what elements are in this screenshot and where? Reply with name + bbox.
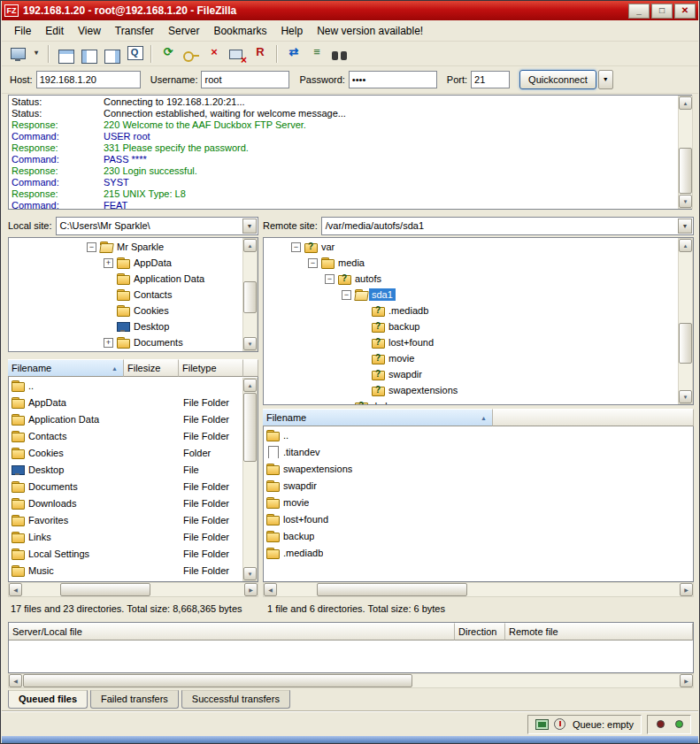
tree-item[interactable]: AppData — [9, 255, 258, 271]
scroll-right-icon[interactable]: ▶ — [680, 674, 693, 687]
quickconnect-button[interactable]: Quickconnect — [519, 70, 596, 89]
expander-icon[interactable] — [291, 242, 301, 252]
scrollbar-thumb[interactable] — [243, 393, 257, 462]
file-row[interactable]: Contacts File Folder — [9, 427, 242, 444]
toggle-remote-tree-icon[interactable] — [101, 46, 122, 65]
minimize-button[interactable]: _ — [628, 4, 650, 19]
tree-item[interactable]: Desktop — [9, 318, 258, 334]
queue-hscrollbar[interactable]: ◀ ▶ — [8, 673, 694, 688]
menu-item[interactable]: Edit — [38, 22, 71, 40]
scroll-up-icon[interactable]: ▲ — [679, 239, 692, 252]
password-input[interactable] — [349, 71, 437, 88]
remote-site-combo[interactable]: /var/media/autofs/sda1 ▼ — [321, 217, 694, 235]
expander-icon[interactable] — [358, 354, 368, 364]
site-manager-dropdown-icon[interactable]: ▾ — [30, 43, 42, 63]
column-header-filesize[interactable]: Filesize — [124, 359, 179, 377]
menu-item[interactable]: Transfer — [108, 22, 161, 40]
scroll-up-icon[interactable]: ▲ — [243, 379, 257, 392]
file-row[interactable]: Local Settings File Folder — [9, 545, 242, 562]
column-header-filename[interactable]: Filename ▲ — [8, 359, 124, 377]
refresh-icon[interactable]: ⟳ — [158, 42, 179, 61]
file-row[interactable]: .. — [264, 426, 693, 443]
scroll-right-icon[interactable]: ▶ — [244, 583, 258, 596]
local-list-scrollbar[interactable]: ▲ ▼ — [242, 378, 258, 581]
expander-icon[interactable] — [104, 258, 113, 268]
scrollbar-thumb[interactable] — [23, 674, 412, 687]
scroll-up-icon[interactable]: ▲ — [243, 239, 257, 252]
file-row[interactable]: swapextensions — [264, 460, 693, 477]
menu-item[interactable]: File — [7, 22, 38, 40]
file-row[interactable]: Documents File Folder — [9, 478, 242, 495]
scroll-right-icon[interactable]: ▶ — [680, 583, 693, 596]
file-row[interactable]: Links File Folder — [9, 528, 242, 545]
column-header-filetype[interactable]: Filetype — [179, 359, 243, 377]
toggle-queue-icon[interactable]: Q — [124, 42, 145, 62]
file-row[interactable]: lost+found — [264, 510, 693, 527]
scroll-down-icon[interactable]: ▼ — [679, 195, 692, 208]
toggle-message-log-icon[interactable] — [55, 46, 76, 65]
local-tree-list-splitter[interactable] — [8, 352, 258, 359]
tree-item[interactable]: movie — [264, 350, 693, 366]
scroll-down-icon[interactable]: ▼ — [679, 390, 692, 403]
tree-item[interactable]: Contacts — [9, 287, 258, 303]
column-header-filename[interactable]: Filename ▲ — [263, 409, 493, 426]
expander-icon[interactable] — [358, 338, 368, 348]
log-panel-splitter[interactable] — [8, 210, 692, 216]
key-icon[interactable] — [181, 46, 202, 65]
menu-item[interactable]: Help — [273, 22, 310, 40]
local-list-hscrollbar[interactable]: ◀ ▶ — [8, 582, 258, 597]
expander-icon[interactable] — [104, 290, 113, 300]
tree-item[interactable]: dvd — [264, 398, 693, 405]
tree-item[interactable]: var — [264, 239, 693, 255]
file-row[interactable]: AppData File Folder — [9, 394, 242, 410]
file-row[interactable]: .titandev — [264, 443, 693, 460]
expander-icon[interactable] — [104, 274, 113, 284]
menu-item[interactable]: View — [71, 22, 108, 40]
scroll-down-icon[interactable]: ▼ — [243, 567, 257, 580]
expander-icon[interactable] — [342, 290, 351, 300]
remote-tree-scrollbar[interactable]: ▲ ▼ — [678, 238, 693, 404]
local-site-combo[interactable]: C:\Users\Mr Sparkle\ ▼ — [56, 217, 258, 235]
monitor-icon[interactable] — [535, 719, 549, 730]
remote-list-hscrollbar[interactable]: ◀ ▶ — [263, 582, 694, 597]
tab-successful-transfers[interactable]: Successful transfers — [181, 690, 290, 709]
menu-item[interactable]: Bookmarks — [206, 22, 273, 40]
expander-icon[interactable] — [325, 274, 335, 284]
file-row[interactable]: Music File Folder — [9, 562, 242, 579]
chevron-down-icon[interactable]: ▼ — [678, 219, 692, 234]
file-row[interactable]: swapdir — [264, 477, 693, 494]
file-row[interactable]: Downloads File Folder — [9, 495, 242, 511]
host-input[interactable] — [36, 71, 141, 88]
column-header-remote-file[interactable]: Remote file — [505, 623, 693, 640]
chevron-down-icon[interactable]: ▼ — [242, 219, 257, 234]
scroll-left-icon[interactable]: ◀ — [264, 583, 277, 596]
tree-item[interactable]: media — [264, 255, 693, 271]
expander-icon[interactable] — [104, 306, 113, 316]
scrollbar-thumb[interactable] — [679, 323, 692, 364]
expander-icon[interactable] — [358, 386, 368, 395]
maximize-button[interactable]: □ — [651, 4, 673, 19]
tree-item[interactable]: Mr Sparkle — [9, 239, 258, 255]
scroll-down-icon[interactable]: ▼ — [243, 337, 257, 350]
close-button[interactable]: ✕ — [674, 4, 696, 19]
tree-item[interactable]: sda1 — [264, 287, 693, 303]
directory-comparison-icon[interactable]: ⇄ — [283, 42, 304, 61]
site-manager-icon[interactable] — [7, 45, 28, 65]
tree-item[interactable]: Documents — [9, 334, 258, 350]
find-files-icon[interactable] — [329, 46, 350, 65]
gauge-icon[interactable] — [554, 718, 565, 730]
port-input[interactable] — [471, 71, 510, 88]
tree-item[interactable]: autofs — [264, 271, 693, 287]
file-row[interactable]: Desktop File — [9, 461, 242, 478]
tree-item[interactable]: Cookies — [9, 303, 258, 318]
synchronized-browsing-icon[interactable]: ≡ — [306, 42, 327, 61]
cancel-icon[interactable]: × — [204, 42, 225, 61]
menu-item[interactable]: Server — [161, 22, 206, 40]
file-row[interactable]: backup — [264, 527, 693, 544]
file-row[interactable]: .. — [9, 377, 242, 394]
tree-item[interactable]: swapdir — [264, 366, 693, 382]
scroll-left-icon[interactable]: ◀ — [9, 674, 22, 687]
column-header-server-local-file[interactable]: Server/Local file — [9, 623, 455, 640]
quickconnect-dropdown-icon[interactable]: ▼ — [598, 70, 613, 89]
reconnect-icon[interactable]: R — [250, 42, 271, 61]
